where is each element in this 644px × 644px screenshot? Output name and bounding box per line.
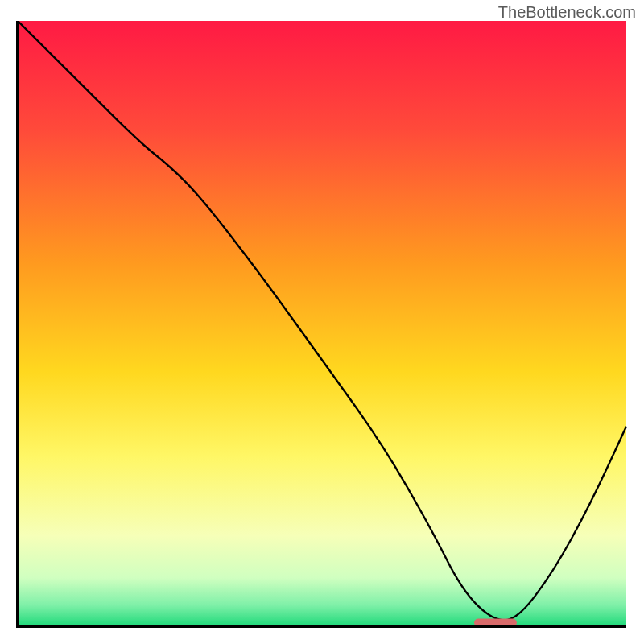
watermark-text: TheBottleneck.com — [498, 3, 636, 22]
bottleneck-chart — [14, 21, 630, 630]
chart-svg — [14, 21, 630, 630]
